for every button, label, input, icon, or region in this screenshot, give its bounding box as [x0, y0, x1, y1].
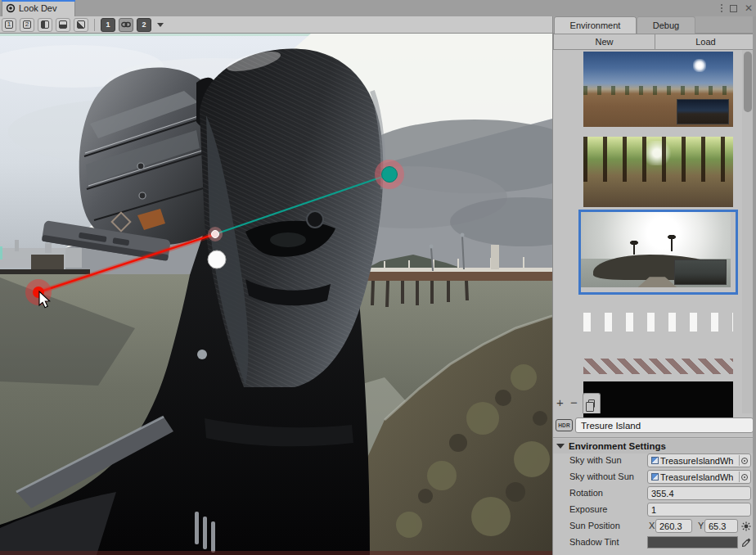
x-axis-label: X — [649, 521, 655, 530]
close-icon[interactable]: ✕ — [745, 3, 753, 13]
object-picker-icon[interactable] — [739, 455, 749, 466]
foldout-arrow-icon — [556, 444, 565, 449]
sun-spot — [693, 59, 706, 72]
hdri-thumb-selected-frame — [578, 210, 738, 295]
library-actions: New Load — [553, 34, 756, 50]
hdri-thumb-church[interactable] — [583, 303, 733, 374]
lookdev-viewport[interactable] — [0, 34, 552, 555]
white-handle[interactable] — [208, 250, 226, 268]
link-environments-button[interactable] — [119, 18, 133, 32]
sun-position-x-field[interactable]: 260.3 — [655, 519, 692, 533]
sky-with-sun-object-field[interactable]: TreasureIslandWh — [647, 453, 751, 467]
view-split-horizontal-button[interactable] — [56, 18, 70, 32]
hdri-thumb-treasure-island-inset — [674, 259, 727, 285]
gizmo-line-teal — [215, 174, 389, 234]
sun-position-row: Sun Position X 260.3 Y 65.3 — [553, 519, 756, 534]
tab-environment[interactable]: Environment — [554, 16, 637, 34]
new-button[interactable]: New — [553, 34, 655, 50]
hdr-name-row: HDR Tresure Island — [553, 416, 756, 435]
window-title: Look Dev — [19, 3, 56, 13]
duplicate-environment-button[interactable] — [583, 393, 601, 413]
environment2-button[interactable]: 2 — [137, 18, 151, 32]
maximize-icon[interactable] — [730, 5, 737, 12]
library-scrollbar-thumb[interactable] — [744, 52, 752, 112]
toolbar-dropdown-arrow[interactable] — [157, 23, 164, 27]
rotation-field[interactable]: 355.4 — [647, 486, 751, 500]
hdr-badge-icon: HDR — [556, 419, 573, 431]
view-split-zone-button[interactable] — [74, 18, 88, 32]
lookdev-window: Look Dev ✕ 1 2 1 2 — [0, 0, 756, 555]
eye-icon — [6, 3, 16, 13]
pick-sun-button[interactable] — [740, 520, 752, 532]
environment-panel: Environment Debug New Load — [552, 16, 756, 555]
load-button[interactable]: Load — [655, 34, 756, 50]
panel-tab-bar: Environment Debug — [553, 16, 756, 34]
object-picker-icon[interactable] — [739, 472, 749, 482]
gizmo-line-red — [38, 234, 215, 292]
shadow-tint-row: Shadow Tint — [553, 535, 756, 550]
cubemap-icon — [651, 473, 659, 481]
exposure-field[interactable]: 1 — [647, 503, 751, 517]
cubemap-icon — [651, 457, 659, 464]
sun-icon — [741, 521, 751, 531]
mid-handle[interactable] — [212, 231, 219, 238]
teal-handle[interactable] — [382, 167, 398, 183]
environment-name-field[interactable]: Tresure Island — [575, 417, 754, 433]
add-environment-button[interactable]: + — [556, 395, 564, 409]
lookdev-tab[interactable]: Look Dev — [2, 0, 75, 16]
library-toolbar: + − — [553, 393, 756, 413]
toolbar-separator — [94, 19, 95, 31]
sky-without-sun-row: Sky without Sun TreasureIslandWh — [553, 470, 756, 485]
title-bar: Look Dev ✕ — [0, 0, 756, 16]
environment-settings-header[interactable]: Environment Settings — [553, 439, 756, 453]
shadow-tint-swatch[interactable] — [647, 536, 738, 548]
tab-debug[interactable]: Debug — [637, 16, 695, 34]
view-split-vertical-button[interactable] — [38, 18, 52, 32]
rotation-row: Rotation 355.4 — [553, 486, 756, 501]
panel-right-edge — [753, 16, 756, 555]
environment1-button[interactable]: 1 — [101, 18, 115, 32]
hdri-thumb-scrubland[interactable] — [583, 52, 733, 127]
exposure-row: Exposure 1 — [553, 503, 756, 517]
sun-gizmo-overlay — [0, 34, 552, 555]
lookdev-toolbar: 1 2 1 2 — [0, 16, 552, 34]
settings-divider — [553, 437, 756, 438]
hdri-thumb-scrubland-inset — [677, 99, 729, 124]
hdri-thumb-treasure-island[interactable] — [581, 212, 731, 287]
hdri-thumb-forest[interactable] — [583, 137, 733, 207]
remove-environment-button[interactable]: − — [570, 395, 578, 409]
link-icon — [121, 21, 131, 28]
duplicate-icon — [588, 399, 595, 408]
sky-with-sun-row: Sky with Sun TreasureIslandWh — [553, 453, 756, 468]
eyedropper-icon — [742, 538, 751, 548]
sky-without-sun-object-field[interactable]: TreasureIslandWh — [647, 470, 751, 484]
library-scrollbar[interactable] — [742, 50, 754, 413]
view-single2-button[interactable]: 2 — [20, 18, 34, 32]
sun-position-y-field[interactable]: 65.3 — [704, 519, 738, 533]
window-menu-icon[interactable] — [721, 4, 722, 12]
view-single1-button[interactable]: 1 — [2, 18, 16, 32]
eyedropper-button[interactable] — [741, 536, 751, 548]
y-axis-label: Y — [698, 521, 704, 530]
